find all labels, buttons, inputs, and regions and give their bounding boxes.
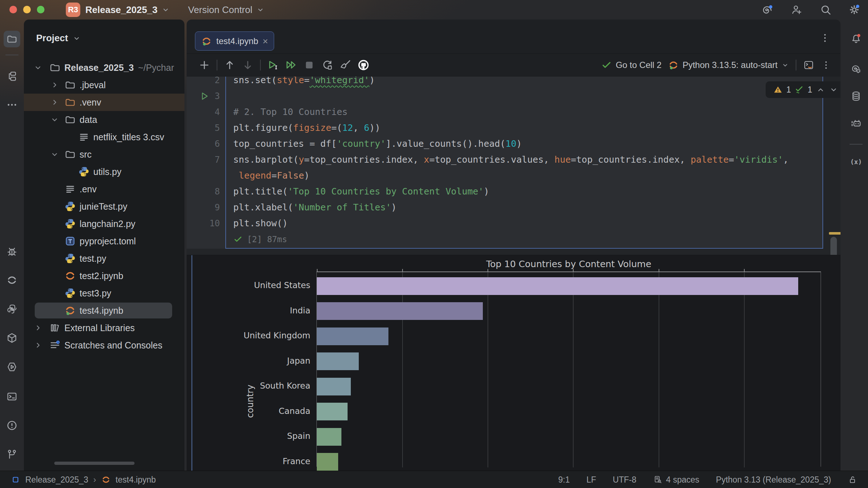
code-line: 8plt.title('Top 10 Countries by Content …: [187, 184, 823, 200]
move-cell-down-button[interactable]: [239, 58, 257, 72]
tree-item-langchain2-py[interactable]: langchain2.py: [24, 215, 184, 232]
breadcrumb-separator: ›: [93, 475, 96, 485]
run-line-arrow-icon[interactable]: [200, 91, 210, 101]
tree-item--jbeval[interactable]: .jbeval: [24, 76, 184, 94]
indent-setting[interactable]: 4 spaces: [653, 475, 699, 485]
breadcrumb-file[interactable]: test4.ipynb: [116, 475, 156, 485]
structure-icon[interactable]: [4, 68, 20, 85]
prev-problem-chevron-up-icon[interactable]: [816, 85, 825, 94]
ai-assistant-icon[interactable]: [761, 4, 774, 16]
ai-chat-icon[interactable]: [848, 60, 864, 77]
settings-gear-icon[interactable]: [848, 4, 860, 16]
run-all-cells-button[interactable]: [282, 58, 300, 72]
project-badge: R3: [66, 3, 80, 17]
tree-item-test2-ipynb[interactable]: test2.ipynb: [24, 267, 184, 284]
tree-item-junietest-py[interactable]: junieTest.py: [24, 198, 184, 215]
chevron-right-icon[interactable]: [33, 341, 43, 350]
next-problem-chevron-down-icon[interactable]: [829, 85, 838, 94]
tree-item-test-py[interactable]: test.py: [24, 250, 184, 267]
tree-item-external-libraries[interactable]: External Libraries: [24, 319, 184, 337]
tab-test4-ipynb[interactable]: test4.ipynb ×: [195, 31, 274, 51]
window-close-button[interactable]: [9, 6, 17, 13]
project-folder-icon[interactable]: [4, 31, 20, 47]
tree-item--venv[interactable]: .venv: [24, 94, 184, 111]
jupyter-variables-icon[interactable]: [803, 59, 814, 71]
project-selector[interactable]: Release_2025_3: [85, 0, 170, 20]
chevron-right-icon[interactable]: [33, 323, 43, 333]
chevron-right-icon[interactable]: [50, 80, 59, 90]
stop-kernel-button[interactable]: [300, 58, 318, 72]
version-control-icon[interactable]: [4, 446, 20, 463]
stop-kernel-icon: [303, 59, 315, 71]
tree-item-pyproject-toml[interactable]: pyproject.toml: [24, 232, 184, 250]
bar-spain: [317, 428, 341, 446]
toolbar-divider: [796, 60, 796, 70]
more-icon[interactable]: [4, 97, 20, 113]
terminal-icon[interactable]: [4, 388, 20, 405]
tree-item-test3-py[interactable]: test3.py: [24, 284, 184, 302]
code-text: # 2. Top 10 Countries: [233, 104, 348, 120]
code-line: 2sns.set(style='whitegrid'): [187, 77, 823, 88]
restart-kernel-button[interactable]: [318, 58, 336, 72]
chart-gridline: [744, 272, 745, 467]
run-cell-button[interactable]: [264, 58, 282, 72]
tab-options-kebab-icon[interactable]: [820, 33, 830, 43]
goto-cell-button[interactable]: Go to Cell 2: [601, 60, 661, 70]
project-horizontal-scrollbar[interactable]: [54, 462, 135, 465]
tab-close-icon[interactable]: ×: [263, 37, 268, 46]
add-cell-button[interactable]: [195, 58, 213, 72]
tree-item-utils-py[interactable]: utils.py: [24, 163, 184, 180]
ai-agent-icon[interactable]: [848, 115, 864, 132]
python-packages-icon[interactable]: [4, 330, 20, 346]
clear-outputs-button[interactable]: [336, 58, 354, 72]
project-panel-header[interactable]: Project: [36, 33, 81, 44]
move-cell-up-button[interactable]: [221, 58, 239, 72]
line-ending[interactable]: LF: [587, 475, 596, 485]
window-zoom-button[interactable]: [37, 6, 44, 13]
window-minimize-button[interactable]: [23, 6, 31, 13]
chart-gridline: [488, 272, 488, 467]
tree-item-netflix-titles-3-csv[interactable]: netflix_titles 3.csv: [24, 128, 184, 146]
code-editor[interactable]: 2sns.set(style='whitegrid')34# 2. Top 10…: [187, 77, 823, 247]
code-line: 5plt.figure(figsize=(12, 6)): [187, 120, 823, 136]
python-console-icon[interactable]: [4, 301, 20, 317]
github-button[interactable]: [354, 58, 373, 72]
services-icon[interactable]: [4, 359, 20, 375]
chevron-down-icon[interactable]: [33, 63, 43, 72]
vcs-menu[interactable]: Version Control: [188, 0, 265, 20]
tree-item-data[interactable]: data: [24, 111, 184, 128]
chevron-down-icon[interactable]: [50, 150, 59, 159]
chevron-down-icon[interactable]: [50, 115, 59, 124]
notifications-icon[interactable]: [848, 30, 864, 47]
file-encoding[interactable]: UTF-8: [613, 475, 636, 485]
more-options-kebab-icon[interactable]: [821, 60, 831, 70]
breadcrumb-project[interactable]: Release_2025_3: [25, 475, 88, 485]
chevron-right-icon[interactable]: [50, 98, 59, 107]
tree-item-src[interactable]: src: [24, 146, 184, 163]
python-packages-svg: [6, 332, 18, 344]
inspection-widget: 1 1: [766, 81, 841, 98]
tree-item--env[interactable]: .env: [24, 180, 184, 198]
variables-icon[interactable]: (x): [848, 154, 864, 170]
debug-icon[interactable]: [4, 243, 20, 260]
database-icon[interactable]: [848, 88, 864, 104]
interpreter-selector[interactable]: Python 3.13.5: auto-start: [668, 60, 789, 70]
chart-axis-tick: [317, 269, 318, 272]
tree-item-release-2025-3[interactable]: Release_2025_3~/Pychar: [24, 59, 184, 76]
folder-icon: [64, 149, 76, 160]
variables-svg: (x): [850, 156, 862, 168]
warning-stripe-mark[interactable]: [829, 232, 841, 235]
tree-item-scratches-and-consoles[interactable]: Scratches and Consoles: [24, 337, 184, 354]
jupyter-mono-icon[interactable]: [4, 272, 20, 288]
problems-icon[interactable]: [4, 417, 20, 434]
libraries-icon: [49, 322, 61, 334]
caret-position[interactable]: 9:1: [558, 475, 570, 485]
lock-icon[interactable]: [848, 475, 857, 484]
python-icon: [64, 218, 76, 230]
tree-item-test4-ipynb[interactable]: test4.ipynb: [24, 302, 184, 319]
code-line: 7sns.barplot(y=top_countries.index, x=to…: [187, 152, 823, 168]
status-interpreter[interactable]: Python 3.13 (Release_2025_3): [716, 475, 831, 485]
search-icon[interactable]: [820, 4, 832, 16]
add-user-icon[interactable]: [790, 4, 803, 16]
editor-vertical-scrollbar[interactable]: [830, 237, 837, 255]
